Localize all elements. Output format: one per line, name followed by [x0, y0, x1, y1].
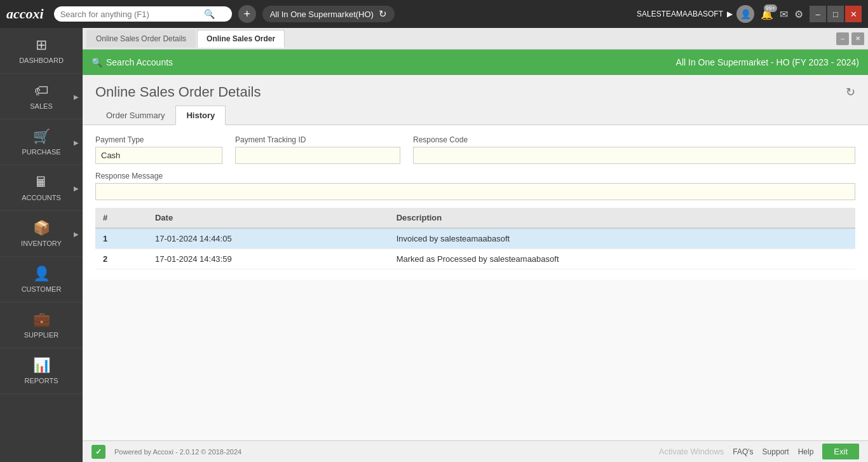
- page-header: Online Sales Order Details ↻: [83, 75, 868, 105]
- tab-minimize-button[interactable]: –: [836, 32, 849, 45]
- sidebar-item-accounts[interactable]: 🖩 ACCOUNTS ▶: [0, 165, 83, 211]
- page-title: Online Sales Order Details: [95, 84, 261, 100]
- form-row-2: Response Message: [95, 172, 855, 200]
- supplier-icon: 💼: [33, 311, 50, 328]
- tab-online-sales-order-details[interactable]: Online Sales Order Details: [86, 30, 196, 48]
- sidebar-label-customer: CUSTOMER: [22, 285, 62, 293]
- message-icon[interactable]: ✉: [780, 8, 788, 20]
- add-button[interactable]: +: [238, 5, 256, 23]
- payment-type-label: Payment Type: [95, 135, 222, 144]
- response-message-group: Response Message: [95, 172, 855, 200]
- row-date-cell: 17-01-2024 14:43:59: [147, 249, 389, 269]
- row-description-cell: Marked as Processed by salesteamaabasoft: [389, 249, 855, 269]
- payment-type-input[interactable]: [95, 147, 222, 164]
- footer: ✓ Powered by Accoxi - 2.0.12 © 2018-2024…: [83, 440, 868, 462]
- search-accounts-button[interactable]: 🔍 Search Accounts: [92, 57, 173, 67]
- tab-window-controls: – ✕: [836, 32, 864, 45]
- avatar[interactable]: 👤: [736, 5, 754, 23]
- company-full-label: All In One Supermarket - HO (FY 2023 - 2…: [676, 57, 859, 67]
- tab-close-button[interactable]: ✕: [851, 32, 864, 45]
- footer-right: Activate Windows FAQ's Support Help Exit: [659, 444, 859, 459]
- inner-tab-order-summary[interactable]: Order Summary: [95, 105, 175, 125]
- close-button[interactable]: ✕: [845, 6, 862, 22]
- history-table: # Date Description 117-01-2024 14:44:05I…: [95, 208, 855, 269]
- sidebar: ⊞ DASHBOARD 🏷 SALES ▶ 🛒 PURCHASE ▶ 🖩 ACC…: [0, 28, 83, 462]
- sidebar-item-dashboard[interactable]: ⊞ DASHBOARD: [0, 28, 83, 74]
- sales-icon: 🏷: [34, 83, 48, 99]
- help-link[interactable]: Help: [798, 447, 814, 456]
- sidebar-label-supplier: SUPPLIER: [24, 331, 58, 339]
- sidebar-item-sales[interactable]: 🏷 SALES ▶: [0, 74, 83, 119]
- search-box[interactable]: 🔍: [54, 6, 232, 22]
- search-accounts-icon: 🔍: [92, 57, 102, 67]
- history-table-container: # Date Description 117-01-2024 14:44:05I…: [95, 208, 855, 269]
- search-input[interactable]: [60, 10, 200, 19]
- sidebar-label-sales: SALES: [30, 102, 52, 110]
- tab-online-sales-order[interactable]: Online Sales Order: [197, 30, 285, 48]
- sidebar-label-inventory: INVENTORY: [21, 240, 62, 247]
- inner-tabs: Order Summary History: [83, 105, 868, 125]
- row-num-cell: 1: [95, 228, 147, 249]
- sales-arrow-icon: ▶: [74, 93, 79, 100]
- company-name: All In One Supermarket(HO): [270, 10, 374, 19]
- search-icon-btn[interactable]: 🔍: [204, 9, 215, 19]
- minimize-button[interactable]: –: [810, 6, 826, 22]
- payment-tracking-label: Payment Tracking ID: [235, 135, 400, 144]
- form-section: Payment Type Payment Tracking ID Respons…: [83, 125, 868, 280]
- response-message-input[interactable]: [95, 183, 855, 200]
- content-area: Online Sales Order Details Online Sales …: [83, 28, 868, 462]
- dashboard-icon: ⊞: [36, 37, 47, 53]
- sidebar-label-purchase: PURCHASE: [22, 148, 60, 156]
- maximize-button[interactable]: □: [827, 6, 844, 22]
- response-code-label: Response Code: [413, 135, 855, 144]
- page-refresh-button[interactable]: ↻: [846, 85, 855, 99]
- green-bar: 🔍 Search Accounts All In One Supermarket…: [83, 50, 868, 75]
- activate-windows-text: Activate Windows: [659, 447, 724, 456]
- sidebar-item-customer[interactable]: 👤 CUSTOMER: [0, 257, 83, 302]
- user-arrow-icon: ▶: [727, 10, 733, 18]
- col-date-header: Date: [147, 208, 389, 228]
- response-code-input[interactable]: [413, 147, 855, 164]
- footer-logo: ✓: [92, 445, 105, 459]
- powered-by-text: Powered by Accoxi - 2.0.12 © 2018-2024: [114, 448, 241, 456]
- response-message-label: Response Message: [95, 172, 855, 180]
- response-code-group: Response Code: [413, 135, 855, 164]
- sidebar-item-reports[interactable]: 📊 REPORTS: [0, 348, 83, 394]
- faq-link[interactable]: FAQ's: [733, 447, 753, 456]
- row-description-cell: Invoiced by salesteamaabasoft: [389, 228, 855, 249]
- main-layout: ⊞ DASHBOARD 🏷 SALES ▶ 🛒 PURCHASE ▶ 🖩 ACC…: [0, 28, 868, 462]
- table-row[interactable]: 117-01-2024 14:44:05Invoiced by salestea…: [95, 228, 855, 249]
- window-controls: – □ ✕: [810, 6, 862, 22]
- purchase-arrow-icon: ▶: [74, 139, 79, 146]
- sidebar-item-inventory[interactable]: 📦 INVENTORY ▶: [0, 211, 83, 257]
- notification-icon-wrapper[interactable]: 🔔 99+: [761, 8, 773, 20]
- customer-icon: 👤: [33, 266, 50, 282]
- app-logo: accoxi: [6, 6, 44, 22]
- footer-text: ✓ Powered by Accoxi - 2.0.12 © 2018-2024: [92, 445, 241, 459]
- payment-type-group: Payment Type: [95, 135, 222, 164]
- form-row-1: Payment Type Payment Tracking ID Respons…: [95, 135, 855, 164]
- payment-tracking-group: Payment Tracking ID: [235, 135, 400, 164]
- username: SALESTEAMAABASOFT: [637, 10, 723, 18]
- sidebar-item-supplier[interactable]: 💼 SUPPLIER: [0, 302, 83, 348]
- accounts-arrow-icon: ▶: [74, 184, 79, 191]
- accounts-icon: 🖩: [34, 174, 48, 191]
- sidebar-label-dashboard: DASHBOARD: [19, 57, 64, 64]
- reports-icon: 📊: [33, 357, 50, 374]
- payment-tracking-input[interactable]: [235, 147, 400, 164]
- purchase-icon: 🛒: [33, 128, 50, 145]
- support-link[interactable]: Support: [763, 447, 789, 456]
- exit-button[interactable]: Exit: [822, 444, 859, 459]
- col-description-header: Description: [389, 208, 855, 228]
- inner-tab-history[interactable]: History: [175, 105, 226, 125]
- inventory-icon: 📦: [33, 220, 50, 236]
- sidebar-item-purchase[interactable]: 🛒 PURCHASE ▶: [0, 119, 83, 165]
- inventory-arrow-icon: ▶: [74, 230, 79, 237]
- company-refresh-icon[interactable]: ↻: [379, 8, 387, 20]
- col-num-header: #: [95, 208, 147, 228]
- company-selector[interactable]: All In One Supermarket(HO) ↻: [262, 6, 395, 22]
- table-row[interactable]: 217-01-2024 14:43:59Marked as Processed …: [95, 249, 855, 269]
- topbar-right: SALESTEAMAABASOFT ▶ 👤 🔔 99+ ✉ ⚙ – □ ✕: [637, 5, 862, 23]
- settings-icon[interactable]: ⚙: [794, 8, 803, 20]
- notification-badge: 99+: [764, 4, 777, 12]
